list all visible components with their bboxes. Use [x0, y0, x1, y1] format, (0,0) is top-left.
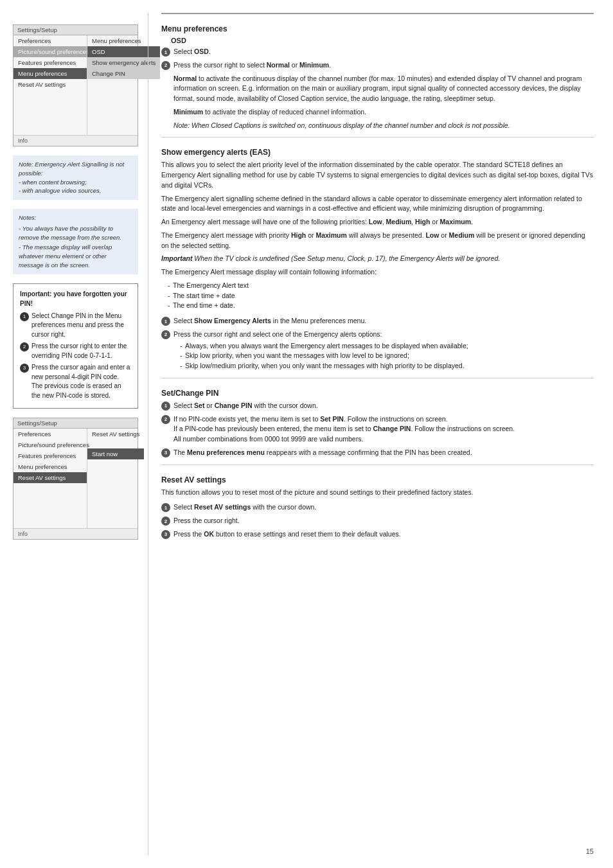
menu2-sub-start-now[interactable]: Start now: [87, 448, 144, 459]
osd-body: Normal to activate the continuous displa…: [173, 74, 594, 131]
left-column: Settings/Setup Preferences Picture/sound…: [13, 13, 148, 855]
menu-info-bar-1: Info: [13, 135, 138, 146]
note-box-1-line-1: Note: Emergency Alert Signalling is not …: [19, 160, 132, 178]
menu2-right-empty-2: [87, 459, 144, 468]
important-step-2-text: Press the cursor right to enter the over…: [31, 342, 131, 360]
important-step-3-icon: 3: [20, 364, 29, 373]
eas-info-item-3: The end time + date.: [168, 301, 594, 311]
reset-step-1-icon: 1: [161, 503, 170, 512]
menu2-empty-1: [13, 483, 87, 492]
note-box-2-line-2: - The message display will overlap whate…: [19, 243, 132, 269]
eas-step-2-icon: 2: [161, 330, 170, 339]
reset-step-2-text: Press the cursor right.: [173, 516, 594, 526]
menu-item-reset-av[interactable]: Reset AV settings: [13, 79, 87, 90]
reset-av-intro: This function allows you to reset most o…: [161, 488, 594, 498]
osd-normal-para: Normal to activate the continuous displa…: [173, 74, 594, 104]
menu2-sub-reset-label[interactable]: Reset AV settings: [87, 429, 144, 439]
menu2-right-empty-5: [87, 486, 144, 495]
menu2-right-empty-1: [87, 439, 144, 448]
divider-2: [161, 378, 594, 378]
eas-step-1: 1 Select Show Emergency Alerts in the Me…: [161, 316, 594, 326]
menu-item-picture-sound[interactable]: Picture/sound preferences: [13, 46, 87, 57]
eas-step-1-icon: 1: [161, 317, 170, 326]
menu2-right-empty-3: [87, 468, 144, 477]
menu2-right-empty-6: [87, 495, 144, 504]
note-box-1-line-3: - with analogue video sources.: [19, 186, 132, 195]
menu-empty-1: [13, 90, 87, 99]
pin-title: Set/Change PIN: [161, 389, 594, 398]
eas-para-6: The Emergency Alert message display will…: [161, 267, 594, 278]
menu-info-bar-2: Info: [13, 528, 138, 539]
osd-step-2: 2 Press the cursor right to select Norma…: [161, 60, 594, 71]
menu2-right-empty-8: [87, 513, 144, 522]
osd-step-1-icon: 1: [161, 48, 170, 57]
eas-sub-3: Skip low/medium priority, when you only …: [180, 361, 594, 371]
menu2-item-menu-prefs[interactable]: Menu preferences: [13, 461, 87, 472]
menu-box-2-body: Preferences Picture/sound preferences Fe…: [13, 429, 138, 528]
reset-step-1-text: Select Reset AV settings with the cursor…: [173, 502, 594, 513]
menu2-item-reset-av[interactable]: Reset AV settings: [13, 472, 87, 483]
menu-box-2: Settings/Setup Preferences Picture/sound…: [13, 418, 138, 540]
eas-para-2: The Emergency alert signalling scheme de…: [161, 194, 594, 215]
eas-step-2-sublist: Always, when you always want the Emergen…: [173, 341, 594, 371]
menu-empty-2: [13, 99, 87, 108]
eas-title: Show emergency alerts (EAS): [161, 148, 594, 157]
menu-item-features[interactable]: Features preferences: [13, 57, 87, 68]
pin-step-3: 3 The Menu preferences menu reappears wi…: [161, 448, 594, 458]
reset-av-intro-text: This function allows you to reset most o…: [161, 488, 594, 498]
pin-step-2: 2 If no PIN-code exists yet, the menu it…: [161, 414, 594, 445]
divider-1: [161, 137, 594, 137]
osd-step-2-icon: 2: [161, 61, 170, 70]
important-step-1: 1 Select Change PIN in the Menu preferen…: [20, 312, 131, 340]
menu2-item-features[interactable]: Features preferences: [13, 450, 87, 461]
reset-step-2-icon: 2: [161, 517, 170, 526]
eas-para-3: An Emergency alert message will have one…: [161, 217, 594, 227]
menu2-item-picture[interactable]: Picture/sound preferences: [13, 439, 87, 450]
eas-sub-2: Skip low priority, when you want the mes…: [180, 351, 594, 361]
menu-right-2: Reset AV settings Start now: [87, 429, 144, 528]
note-box-1: Note: Emergency Alert Signalling is not …: [13, 155, 138, 200]
menu2-empty-3: [13, 501, 87, 510]
osd-step-1-text: Select OSD.: [173, 47, 594, 57]
menu2-item-preferences[interactable]: Preferences: [13, 429, 87, 439]
reset-step-3-text: Press the OK button to erase settings an…: [173, 529, 594, 540]
important-step-3: 3 Press the cursor again and enter a new…: [20, 363, 131, 400]
eas-step-1-text: Select Show Emergency Alerts in the Menu…: [173, 316, 594, 326]
osd-note-para: Note: When Closed Captions is switched o…: [173, 121, 594, 131]
eas-para-4: The Emergency alert message with priorit…: [161, 231, 594, 251]
menu-empty-3: [13, 108, 87, 117]
page-number: 15: [586, 847, 594, 855]
eas-step-2-text: Press the cursor right and select one of…: [173, 330, 594, 371]
menu-item-preferences[interactable]: Preferences: [13, 35, 87, 46]
pin-step-1-text: Select Set or Change PIN with the cursor…: [173, 401, 594, 411]
menu-box-2-title: Settings/Setup: [13, 418, 138, 429]
important-step-1-icon: 1: [20, 312, 29, 321]
reset-step-1: 1 Select Reset AV settings with the curs…: [161, 502, 594, 513]
menu2-empty-4: [13, 510, 87, 519]
reset-step-2: 2 Press the cursor right.: [161, 516, 594, 526]
note-box-2: Notes: - You always have the possibility…: [13, 209, 138, 274]
eas-para-1: This allows you to select the alert prio…: [161, 160, 594, 190]
eas-para-5: Important When the TV clock is undefined…: [161, 254, 594, 264]
important-step-1-text: Select Change PIN in the Menu preference…: [31, 312, 131, 340]
menu-left-1: Preferences Picture/sound preferences Fe…: [13, 35, 87, 135]
eas-info-list: The Emergency Alert text The start time …: [161, 281, 594, 311]
pin-step-3-text: The Menu preferences menu reappears with…: [173, 448, 594, 458]
pin-step-2-text: If no PIN-code exists yet, the menu item…: [173, 414, 594, 445]
top-divider: [161, 13, 594, 14]
note-box-2-line-1: - You always have the possibility to rem…: [19, 224, 132, 242]
osd-subtitle: OSD: [171, 37, 594, 44]
osd-minimum-para: Minimum to activate the display of reduc…: [173, 107, 594, 118]
reset-step-3-icon: 3: [161, 530, 170, 539]
important-box-title: Important: you have forgotten your PIN!: [20, 289, 131, 308]
important-step-3-text: Press the cursor again and enter a new p…: [31, 363, 131, 400]
menu-item-menu-preferences[interactable]: Menu preferences: [13, 68, 87, 79]
osd-step-1: 1 Select OSD.: [161, 47, 594, 57]
menu-box-1-title: Settings/Setup: [13, 25, 138, 35]
eas-body: This allows you to select the alert prio…: [161, 160, 594, 311]
important-step-2-icon: 2: [20, 342, 29, 351]
main-title: Menu preferences: [161, 24, 594, 33]
note-box-2-title: Notes:: [19, 213, 132, 222]
menu-box-1-body: Preferences Picture/sound preferences Fe…: [13, 35, 138, 135]
note-box-1-line-2: - when content browsing;: [19, 178, 132, 187]
